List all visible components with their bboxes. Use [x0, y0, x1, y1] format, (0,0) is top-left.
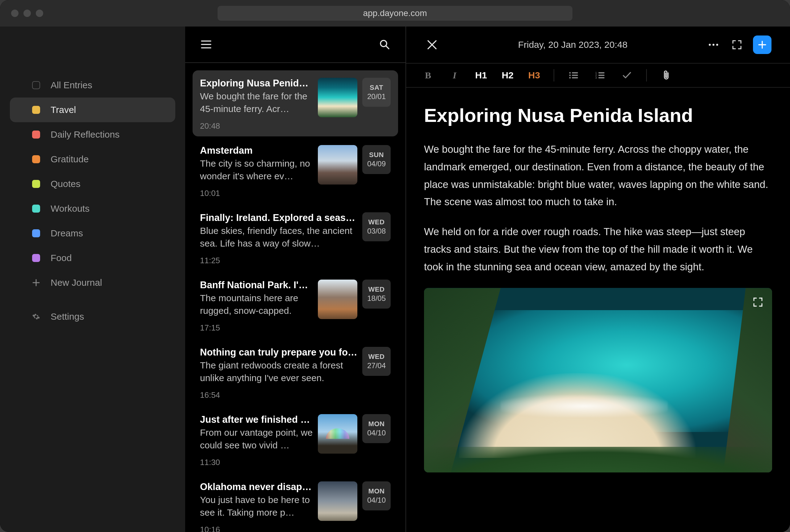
- entry-card-preview: The mountains here are rugged, snow-capp…: [200, 292, 313, 317]
- close-window[interactable]: [11, 10, 19, 17]
- sidebar-item-label: All Entries: [51, 80, 92, 90]
- sidebar-item-label: Quotes: [51, 179, 80, 189]
- sidebar-item-journal[interactable]: Gratitude: [10, 147, 175, 172]
- entry-card-time: 16:54: [200, 391, 358, 400]
- entries-column: Exploring Nusa Penida…We bought the fare…: [185, 26, 406, 532]
- entry-card-title: Nothing can truly prepare you for…: [200, 347, 358, 358]
- italic-button[interactable]: I: [447, 70, 462, 80]
- entry-card-preview: We bought the fare for the 45-minute fer…: [200, 90, 313, 115]
- sidebar-item-journal[interactable]: Daily Reflections: [10, 122, 175, 147]
- entry-card[interactable]: Finally: Ireland. Explored a seasi…Blue …: [193, 205, 398, 271]
- svg-point-3: [716, 44, 718, 46]
- gear-icon: [32, 312, 40, 321]
- entry-card-title: Exploring Nusa Penida…: [200, 78, 313, 89]
- toolbar-separator: [554, 69, 554, 81]
- svg-point-6: [570, 75, 571, 76]
- entry-image[interactable]: [424, 288, 772, 472]
- h2-button[interactable]: H2: [501, 70, 515, 80]
- entries-list[interactable]: Exploring Nusa Penida…We bought the fare…: [185, 63, 405, 532]
- entry-card-preview: You just have to be here to see it. Taki…: [200, 494, 313, 519]
- svg-point-8: [570, 77, 571, 79]
- entry-card[interactable]: AmsterdamThe city is so charming, no won…: [193, 138, 398, 204]
- sidebar-item-journal[interactable]: Dreams: [10, 221, 175, 246]
- bullet-list-button[interactable]: [566, 71, 581, 79]
- entry-body[interactable]: Exploring Nusa Penida Island We bought t…: [406, 88, 790, 532]
- h1-button[interactable]: H1: [474, 70, 488, 80]
- menu-icon[interactable]: [200, 38, 212, 51]
- journal-color-swatch: [32, 155, 40, 163]
- entry-paragraph: We bought the fare for the 45-minute fer…: [424, 141, 772, 211]
- svg-rect-15: [598, 77, 604, 78]
- entry-card[interactable]: Nothing can truly prepare you for…The gi…: [193, 339, 398, 405]
- entry-card-time: 17:15: [200, 323, 313, 332]
- entry-card[interactable]: Banff National Park. I'…The mountains he…: [193, 272, 398, 338]
- journal-color-swatch: [32, 254, 40, 262]
- svg-rect-9: [572, 77, 578, 78]
- entry-thumbnail: [318, 481, 358, 521]
- titlebar: app.dayone.com: [0, 0, 790, 26]
- sidebar-item-journal[interactable]: Workouts: [10, 196, 175, 221]
- entry-date-badge: WED03/08: [362, 212, 391, 241]
- entry-day: MON: [368, 487, 385, 495]
- url-bar[interactable]: app.dayone.com: [217, 6, 573, 21]
- expand-image-icon[interactable]: [751, 295, 765, 309]
- attachment-button[interactable]: [659, 70, 673, 80]
- entry-card-title: Banff National Park. I'…: [200, 280, 313, 291]
- sidebar-item-label: Dreams: [51, 228, 83, 239]
- entry-paragraph: We held on for a ride over rough roads. …: [424, 223, 772, 276]
- entry-card-time: 11:25: [200, 256, 358, 265]
- entry-mmdd: 04/09: [367, 159, 386, 168]
- entry-card-time: 10:01: [200, 189, 313, 198]
- ordered-list-button[interactable]: 123: [593, 71, 607, 79]
- entry-card-time: 11:30: [200, 458, 313, 467]
- entry-day: WED: [368, 285, 385, 293]
- entry-date-badge: WED18/05: [362, 280, 391, 309]
- entry-card-time: 20:48: [200, 121, 313, 131]
- entry-date-badge: SAT20/01: [362, 78, 391, 107]
- checklist-button[interactable]: [620, 70, 634, 80]
- sidebar-item-label: Travel: [51, 104, 76, 115]
- entry-card-preview: From our vantage point, we could see two…: [200, 426, 313, 452]
- sidebar-item-journal[interactable]: Travel: [10, 97, 175, 122]
- entry-mmdd: 04/10: [367, 496, 386, 505]
- editor-toolbar: B I H1 H2 H3 123: [406, 63, 790, 88]
- search-icon[interactable]: [378, 38, 391, 51]
- sidebar-item-label: Workouts: [51, 203, 90, 214]
- checkbox-icon: [32, 81, 40, 89]
- svg-rect-7: [572, 75, 578, 76]
- entry-card-preview: The city is so charming, no wonder it's …: [200, 157, 313, 183]
- entry-date-header: Friday, 20 Jan 2023, 20:48: [518, 39, 628, 50]
- journal-color-swatch: [32, 180, 40, 188]
- sidebar-item-label: New Journal: [51, 278, 102, 288]
- sidebar-item-journal[interactable]: Food: [10, 246, 175, 270]
- entry-date-badge: SUN04/09: [362, 145, 391, 174]
- svg-rect-13: [598, 75, 604, 76]
- entry-card[interactable]: Oklahoma never disap…You just have to be…: [193, 474, 398, 532]
- bold-button[interactable]: B: [421, 70, 435, 80]
- sidebar-item-settings[interactable]: Settings: [10, 304, 175, 329]
- sidebar-item-journal[interactable]: Quotes: [10, 172, 175, 196]
- zoom-window[interactable]: [36, 10, 43, 17]
- svg-rect-11: [598, 72, 604, 73]
- svg-rect-5: [572, 72, 578, 73]
- entry-day: SAT: [370, 83, 383, 92]
- entry-date-badge: WED27/04: [362, 347, 391, 376]
- entry-card[interactable]: Just after we finished …From our vantage…: [193, 407, 398, 473]
- sidebar-item-all-entries[interactable]: All Entries: [10, 73, 175, 97]
- minimize-window[interactable]: [23, 10, 31, 17]
- journal-color-swatch: [32, 205, 40, 213]
- fullscreen-icon[interactable]: [730, 37, 744, 52]
- entry-mmdd: 03/08: [367, 227, 386, 235]
- h3-button[interactable]: H3: [527, 70, 541, 80]
- entry-card-title: Finally: Ireland. Explored a seasi…: [200, 212, 358, 223]
- entry-day: WED: [368, 353, 385, 361]
- entry-card-preview: Blue skies, friendly faces, the ancient …: [200, 225, 358, 250]
- plus-icon: [32, 279, 40, 287]
- sidebar-item-new-journal[interactable]: New Journal: [10, 270, 175, 295]
- detail-header: Friday, 20 Jan 2023, 20:48: [406, 26, 790, 63]
- journal-color-swatch: [32, 106, 40, 114]
- close-icon[interactable]: [425, 37, 440, 52]
- new-entry-button[interactable]: [753, 36, 771, 54]
- more-icon[interactable]: [706, 37, 721, 52]
- entry-card[interactable]: Exploring Nusa Penida…We bought the fare…: [193, 70, 398, 136]
